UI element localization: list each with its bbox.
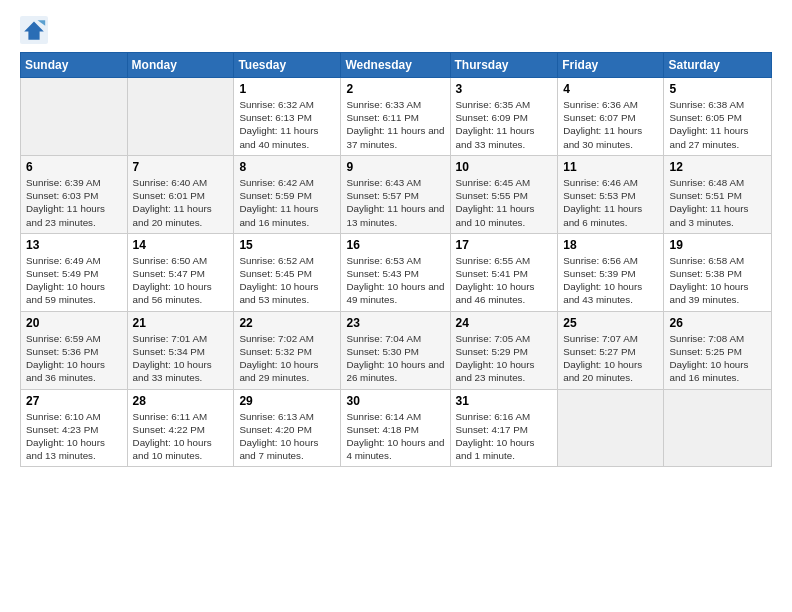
day-number: 29 xyxy=(239,394,335,408)
day-info: Sunrise: 7:08 AM Sunset: 5:25 PM Dayligh… xyxy=(669,332,766,385)
calendar-cell: 3Sunrise: 6:35 AM Sunset: 6:09 PM Daylig… xyxy=(450,78,558,156)
calendar-week-row: 1Sunrise: 6:32 AM Sunset: 6:13 PM Daylig… xyxy=(21,78,772,156)
day-number: 28 xyxy=(133,394,229,408)
day-number: 22 xyxy=(239,316,335,330)
day-number: 19 xyxy=(669,238,766,252)
day-number: 21 xyxy=(133,316,229,330)
day-info: Sunrise: 7:01 AM Sunset: 5:34 PM Dayligh… xyxy=(133,332,229,385)
calendar-header-row: SundayMondayTuesdayWednesdayThursdayFrid… xyxy=(21,53,772,78)
calendar-cell: 30Sunrise: 6:14 AM Sunset: 4:18 PM Dayli… xyxy=(341,389,450,467)
day-number: 20 xyxy=(26,316,122,330)
day-info: Sunrise: 6:46 AM Sunset: 5:53 PM Dayligh… xyxy=(563,176,658,229)
day-info: Sunrise: 6:52 AM Sunset: 5:45 PM Dayligh… xyxy=(239,254,335,307)
day-info: Sunrise: 6:55 AM Sunset: 5:41 PM Dayligh… xyxy=(456,254,553,307)
calendar-cell xyxy=(664,389,772,467)
calendar-cell: 11Sunrise: 6:46 AM Sunset: 5:53 PM Dayli… xyxy=(558,155,664,233)
column-header-friday: Friday xyxy=(558,53,664,78)
day-info: Sunrise: 7:05 AM Sunset: 5:29 PM Dayligh… xyxy=(456,332,553,385)
day-info: Sunrise: 6:48 AM Sunset: 5:51 PM Dayligh… xyxy=(669,176,766,229)
calendar-cell: 29Sunrise: 6:13 AM Sunset: 4:20 PM Dayli… xyxy=(234,389,341,467)
day-number: 14 xyxy=(133,238,229,252)
day-number: 15 xyxy=(239,238,335,252)
column-header-monday: Monday xyxy=(127,53,234,78)
calendar-cell: 7Sunrise: 6:40 AM Sunset: 6:01 PM Daylig… xyxy=(127,155,234,233)
calendar-cell: 27Sunrise: 6:10 AM Sunset: 4:23 PM Dayli… xyxy=(21,389,128,467)
day-number: 9 xyxy=(346,160,444,174)
day-number: 16 xyxy=(346,238,444,252)
column-header-tuesday: Tuesday xyxy=(234,53,341,78)
logo xyxy=(20,16,52,44)
calendar-cell: 31Sunrise: 6:16 AM Sunset: 4:17 PM Dayli… xyxy=(450,389,558,467)
calendar-cell: 21Sunrise: 7:01 AM Sunset: 5:34 PM Dayli… xyxy=(127,311,234,389)
day-info: Sunrise: 6:16 AM Sunset: 4:17 PM Dayligh… xyxy=(456,410,553,463)
day-number: 8 xyxy=(239,160,335,174)
day-number: 12 xyxy=(669,160,766,174)
calendar-cell: 24Sunrise: 7:05 AM Sunset: 5:29 PM Dayli… xyxy=(450,311,558,389)
calendar-cell: 22Sunrise: 7:02 AM Sunset: 5:32 PM Dayli… xyxy=(234,311,341,389)
calendar-cell: 6Sunrise: 6:39 AM Sunset: 6:03 PM Daylig… xyxy=(21,155,128,233)
calendar-cell: 16Sunrise: 6:53 AM Sunset: 5:43 PM Dayli… xyxy=(341,233,450,311)
day-number: 27 xyxy=(26,394,122,408)
calendar-cell: 9Sunrise: 6:43 AM Sunset: 5:57 PM Daylig… xyxy=(341,155,450,233)
day-number: 7 xyxy=(133,160,229,174)
calendar-cell: 1Sunrise: 6:32 AM Sunset: 6:13 PM Daylig… xyxy=(234,78,341,156)
day-info: Sunrise: 6:40 AM Sunset: 6:01 PM Dayligh… xyxy=(133,176,229,229)
day-info: Sunrise: 6:13 AM Sunset: 4:20 PM Dayligh… xyxy=(239,410,335,463)
day-info: Sunrise: 6:58 AM Sunset: 5:38 PM Dayligh… xyxy=(669,254,766,307)
day-info: Sunrise: 6:10 AM Sunset: 4:23 PM Dayligh… xyxy=(26,410,122,463)
day-number: 26 xyxy=(669,316,766,330)
day-info: Sunrise: 6:35 AM Sunset: 6:09 PM Dayligh… xyxy=(456,98,553,151)
calendar-cell: 26Sunrise: 7:08 AM Sunset: 5:25 PM Dayli… xyxy=(664,311,772,389)
day-number: 10 xyxy=(456,160,553,174)
day-info: Sunrise: 6:38 AM Sunset: 6:05 PM Dayligh… xyxy=(669,98,766,151)
page-header xyxy=(20,16,772,44)
calendar-cell: 17Sunrise: 6:55 AM Sunset: 5:41 PM Dayli… xyxy=(450,233,558,311)
day-number: 31 xyxy=(456,394,553,408)
calendar-cell: 23Sunrise: 7:04 AM Sunset: 5:30 PM Dayli… xyxy=(341,311,450,389)
calendar-cell xyxy=(21,78,128,156)
calendar-cell: 5Sunrise: 6:38 AM Sunset: 6:05 PM Daylig… xyxy=(664,78,772,156)
day-info: Sunrise: 6:43 AM Sunset: 5:57 PM Dayligh… xyxy=(346,176,444,229)
day-info: Sunrise: 7:04 AM Sunset: 5:30 PM Dayligh… xyxy=(346,332,444,385)
day-info: Sunrise: 6:42 AM Sunset: 5:59 PM Dayligh… xyxy=(239,176,335,229)
day-info: Sunrise: 6:36 AM Sunset: 6:07 PM Dayligh… xyxy=(563,98,658,151)
day-number: 30 xyxy=(346,394,444,408)
day-number: 1 xyxy=(239,82,335,96)
day-info: Sunrise: 7:02 AM Sunset: 5:32 PM Dayligh… xyxy=(239,332,335,385)
day-number: 2 xyxy=(346,82,444,96)
day-info: Sunrise: 6:53 AM Sunset: 5:43 PM Dayligh… xyxy=(346,254,444,307)
day-number: 17 xyxy=(456,238,553,252)
calendar-week-row: 6Sunrise: 6:39 AM Sunset: 6:03 PM Daylig… xyxy=(21,155,772,233)
day-number: 13 xyxy=(26,238,122,252)
calendar-cell: 10Sunrise: 6:45 AM Sunset: 5:55 PM Dayli… xyxy=(450,155,558,233)
column-header-wednesday: Wednesday xyxy=(341,53,450,78)
calendar-cell: 20Sunrise: 6:59 AM Sunset: 5:36 PM Dayli… xyxy=(21,311,128,389)
calendar-cell: 13Sunrise: 6:49 AM Sunset: 5:49 PM Dayli… xyxy=(21,233,128,311)
column-header-saturday: Saturday xyxy=(664,53,772,78)
calendar-week-row: 20Sunrise: 6:59 AM Sunset: 5:36 PM Dayli… xyxy=(21,311,772,389)
day-number: 6 xyxy=(26,160,122,174)
calendar-week-row: 13Sunrise: 6:49 AM Sunset: 5:49 PM Dayli… xyxy=(21,233,772,311)
day-number: 25 xyxy=(563,316,658,330)
calendar-cell: 14Sunrise: 6:50 AM Sunset: 5:47 PM Dayli… xyxy=(127,233,234,311)
calendar-cell: 15Sunrise: 6:52 AM Sunset: 5:45 PM Dayli… xyxy=(234,233,341,311)
column-header-sunday: Sunday xyxy=(21,53,128,78)
day-number: 3 xyxy=(456,82,553,96)
calendar-cell: 18Sunrise: 6:56 AM Sunset: 5:39 PM Dayli… xyxy=(558,233,664,311)
day-info: Sunrise: 6:49 AM Sunset: 5:49 PM Dayligh… xyxy=(26,254,122,307)
day-info: Sunrise: 7:07 AM Sunset: 5:27 PM Dayligh… xyxy=(563,332,658,385)
day-info: Sunrise: 6:33 AM Sunset: 6:11 PM Dayligh… xyxy=(346,98,444,151)
day-info: Sunrise: 6:56 AM Sunset: 5:39 PM Dayligh… xyxy=(563,254,658,307)
day-number: 18 xyxy=(563,238,658,252)
day-info: Sunrise: 6:32 AM Sunset: 6:13 PM Dayligh… xyxy=(239,98,335,151)
day-info: Sunrise: 6:11 AM Sunset: 4:22 PM Dayligh… xyxy=(133,410,229,463)
logo-icon xyxy=(20,16,48,44)
day-info: Sunrise: 6:14 AM Sunset: 4:18 PM Dayligh… xyxy=(346,410,444,463)
day-info: Sunrise: 6:39 AM Sunset: 6:03 PM Dayligh… xyxy=(26,176,122,229)
day-info: Sunrise: 6:59 AM Sunset: 5:36 PM Dayligh… xyxy=(26,332,122,385)
calendar-cell: 8Sunrise: 6:42 AM Sunset: 5:59 PM Daylig… xyxy=(234,155,341,233)
day-number: 23 xyxy=(346,316,444,330)
calendar-cell xyxy=(127,78,234,156)
calendar-cell xyxy=(558,389,664,467)
calendar-table: SundayMondayTuesdayWednesdayThursdayFrid… xyxy=(20,52,772,467)
